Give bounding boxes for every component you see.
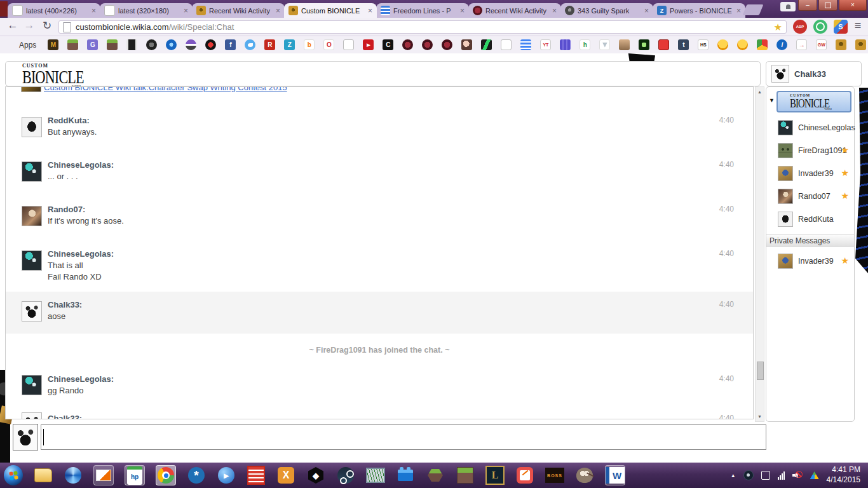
close-button[interactable]: × [839,0,867,11]
bookmark-info-icon[interactable]: i [776,39,787,50]
taskbar-system-monitor[interactable] [366,466,385,485]
restore-button[interactable] [818,0,837,11]
bookmark-wine-glass-icon[interactable] [599,39,610,50]
bookmark-minecraft-m-icon[interactable]: M [48,39,58,50]
chat-input[interactable] [41,424,766,450]
bookmark-flame-icon[interactable] [205,39,216,50]
taskbar-clock[interactable]: 4:41 PM 4/14/2015 [827,465,860,485]
bookmark-brackets-icon[interactable] [126,39,137,50]
taskbar-steam[interactable] [336,466,355,485]
user-name[interactable]: FireDrag1091 [798,146,846,155]
scroll-down-icon[interactable]: ▼ [756,414,764,419]
taskbar-lego-digital-designer[interactable] [396,466,415,485]
taskbar-word[interactable]: W [605,465,625,485]
apps-label[interactable]: Apps [19,41,36,50]
tab-close-icon[interactable]: × [92,7,96,15]
adblock-plus-icon[interactable]: ABP [793,20,807,34]
bookmark-gw-icon[interactable]: GW [816,39,827,50]
bookmark-star-icon[interactable]: ★ [774,22,782,33]
start-button[interactable] [4,466,23,485]
volume-muted-icon[interactable] [792,471,803,480]
current-user-badge[interactable]: Chalk33 [766,61,862,86]
tab-close-icon[interactable]: × [460,7,465,15]
bookmark-red-disc-icon[interactable] [442,39,452,50]
bookmark-tumblr-icon[interactable]: t [678,39,689,50]
bookmark-red-disc-icon[interactable] [402,39,413,50]
bookmark-page-icon[interactable] [501,39,512,50]
taskbar-league-of-legends[interactable]: L [485,466,505,485]
bookmark-g-icon[interactable]: G [87,39,98,50]
taskbar-boss-mod-tool[interactable]: BOSS [545,466,564,485]
user-name[interactable]: ChineseLegolas [798,123,855,132]
bookmark-dark-orb-icon[interactable] [146,39,157,50]
minimize-button[interactable]: – [798,0,817,11]
tab-close-icon[interactable]: × [276,7,280,15]
bookmark-facebook-icon[interactable]: f [225,39,236,50]
bookmark-red-battery-icon[interactable] [658,39,669,50]
browser-tab[interactable]: Recent Wiki Activity × [468,3,561,18]
reload-button[interactable]: ↻ [39,19,55,32]
message-username[interactable]: ChineseLegolas: [48,374,114,384]
profile-button[interactable] [780,2,796,11]
taskbar-gimp[interactable] [575,466,594,485]
message-username[interactable]: Rando07: [48,205,85,214]
user-name[interactable]: Rando07 [798,192,831,201]
bookmark-grass-block-icon[interactable] [67,39,78,50]
bookmark-emoji-icon[interactable] [717,39,728,50]
bookmark-grass-block-icon[interactable] [107,39,118,50]
hidden-icons-arrow[interactable]: ▲ [731,473,736,478]
bookmark-habbo-icon[interactable] [560,39,571,50]
taskbar-red-document-app[interactable] [247,466,266,485]
bookmark-wikia-icon[interactable] [836,39,846,50]
bookmark-roblox-icon[interactable]: R [264,39,275,50]
taskbar-photo-app[interactable] [93,465,114,485]
tab-close-icon[interactable]: × [644,7,649,15]
scroll-up-icon[interactable]: ▲ [756,90,764,94]
bookmark-anime-face-icon[interactable] [461,39,472,50]
scrollbar-thumb[interactable] [757,362,764,380]
private-message-user[interactable]: Invader39 ★ [766,254,854,273]
browser-tab[interactable]: latest (400×226) × [8,3,100,18]
bookmark-zimbio-icon[interactable]: Z [284,39,295,50]
bookmark-blue-orb-icon[interactable] [166,39,177,50]
bookmark-youtube-icon[interactable]: ▶ [363,39,374,50]
bookmark-docs-icon[interactable] [520,39,531,50]
power-plug-icon[interactable] [761,471,770,480]
new-tab-button[interactable] [743,4,764,15]
bookmark-wikia-icon[interactable] [855,39,866,50]
bookmark-hs-icon[interactable]: HS [698,39,709,50]
message-username[interactable]: ChineseLegolas: [48,160,114,170]
user-list-item[interactable]: ReddKuta [766,212,854,231]
bookmark-b-icon[interactable]: b [304,39,315,50]
taskbar-chrome[interactable] [156,465,176,485]
green-extension-icon[interactable] [813,20,827,34]
tab-close-icon[interactable]: × [184,7,188,15]
bookmark-twitter-icon[interactable] [245,39,255,50]
message-username[interactable]: Chalk33: [48,414,82,419]
taskbar-blue-ring-app[interactable] [64,466,83,485]
browser-tab[interactable]: Freedom Lines - P × [376,3,469,18]
taskbar-minecraft[interactable] [456,466,475,485]
bookmark-red-arrow-icon[interactable]: → [796,39,807,50]
user-list-item[interactable]: ChineseLegolas [766,120,854,139]
back-button[interactable]: ← [5,19,20,32]
bookmark-pokeball-icon[interactable] [186,39,196,50]
bionicle-wiki-logo[interactable]: CUSTOM BIONICLE WIKI [22,64,97,88]
taskbar-windows-explorer[interactable] [34,466,53,485]
bookmark-deviantart-icon[interactable] [481,39,492,50]
message-username[interactable]: Chalk33: [48,300,82,309]
bookmark-page-icon[interactable] [343,39,354,50]
taskbar-windows-media-player[interactable]: ▶ [217,466,236,485]
bookmark-figure-icon[interactable] [619,39,630,50]
tab-close-icon[interactable]: × [368,7,372,15]
network-signal-icon[interactable] [778,471,785,480]
chat-scrollbar[interactable]: ▲ ▼ [755,86,764,422]
taskbar-growtopia[interactable] [426,466,445,485]
taskbar-nexus-mod-manager[interactable]: X [276,466,295,485]
chevron-down-icon[interactable]: ▼ [769,97,775,104]
bookmark-red-disc-icon[interactable] [422,39,433,50]
bookmark-h-icon[interactable]: h [580,39,590,50]
user-name[interactable]: ReddKuta [798,215,834,224]
user-list-item[interactable]: FireDrag1091 ★ [766,143,854,162]
user-name[interactable]: Invader39 [798,169,834,178]
